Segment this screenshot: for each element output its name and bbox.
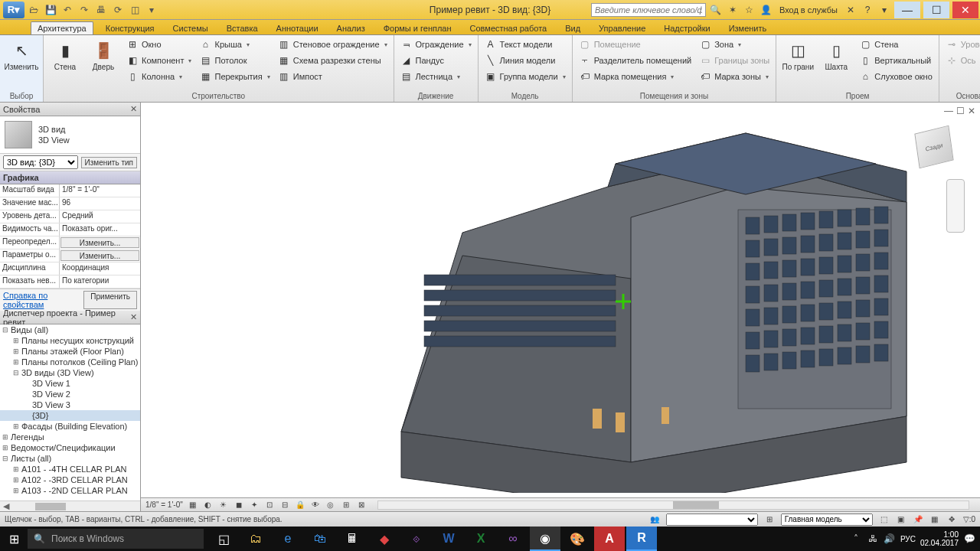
vs2-icon[interactable]: ∞ [498,527,528,551]
tray-volume-icon[interactable]: 🔊 [884,533,896,545]
tree-item[interactable]: 3D View 3 [0,399,140,410]
vertical-opening-button[interactable]: ▯Вертикальный [856,53,936,68]
modify-button[interactable]: ↖Изменить [3,37,40,74]
room-tag-button[interactable]: 🏷Марка помещения▾ [576,69,695,84]
prop-display[interactable]: Параметры о...Изменить... [0,249,140,262]
apply-button[interactable]: Применить [83,291,137,309]
section-graphics[interactable]: Графика [0,171,140,184]
view-maximize-icon[interactable]: ☐ [956,106,965,116]
analytical-icon[interactable]: ⊞ [341,500,351,510]
app-menu-button[interactable]: R▾ [3,2,24,18]
render-icon[interactable]: ✦ [249,500,260,510]
editable-icon[interactable]: ⊞ [764,514,775,525]
component-button[interactable]: ◧Компонент▾ [123,53,194,68]
tray-notifications-icon[interactable]: 💬 [963,533,975,545]
tree-item[interactable]: ⊞Ведомости/Спецификации [0,442,140,453]
explorer-icon[interactable]: 🗂 [240,527,271,551]
tab-annotate[interactable]: Аннотации [270,22,325,34]
tree-item[interactable]: ⊞Легенды [0,432,140,442]
windows-search[interactable]: 🔍Поиск в Windows [28,529,204,549]
properties-close-icon[interactable]: ✕ [130,104,137,114]
tree-item[interactable]: 3D View 2 [0,389,140,399]
tray-language[interactable]: РУС [900,535,916,543]
tab-insert[interactable]: Вставка [220,22,264,34]
wall-button[interactable]: ▮Стена [47,37,83,74]
exchange-icon[interactable]: ☆ [743,3,756,17]
select-face-icon[interactable]: ▦ [929,514,940,525]
tree-item[interactable]: ⊞Фасады (Building Elevation) [0,421,140,432]
filter-count[interactable]: ▽:0 [963,515,975,523]
tree-item[interactable]: 3D View 1 [0,378,140,389]
edit-type-button[interactable]: Изменить тип [81,157,137,168]
tree-item[interactable]: ⊟Листы (all) [0,453,140,464]
calculator-icon[interactable]: 🖩 [337,527,368,551]
tab-addins[interactable]: Надстройки [658,22,716,34]
subscription-icon[interactable]: ✶ [726,3,740,17]
design-option-select[interactable]: Главная модель [781,514,873,526]
mullion-button[interactable]: ▥Импост [275,69,390,84]
curtain-grid-button[interactable]: ▦Схема разрезки стены [275,53,390,68]
column-button[interactable]: ▯Колонна▾ [123,69,194,84]
excel-icon[interactable]: X [466,527,496,551]
shadows-icon[interactable]: ◼ [234,500,244,510]
prop-discipline[interactable]: ДисциплинаКоординация [0,262,140,276]
workset-select[interactable] [666,514,758,526]
minimize-button[interactable]: — [894,2,920,18]
window-button[interactable]: ⊞Окно [123,37,194,52]
tab-manage[interactable]: Управление [593,22,652,34]
select-pinned-icon[interactable]: 📌 [913,514,923,525]
area-button[interactable]: ▢Зона▾ [696,37,773,52]
select-underlay-icon[interactable]: ▣ [896,514,906,525]
model-group-button[interactable]: ▣Группа модели▾ [482,69,569,84]
tab-architecture[interactable]: Архитектура [31,21,93,34]
tree-item[interactable]: ⊞A102 - -3RD CELLAR PLAN [0,474,140,485]
model-text-button[interactable]: AТекст модели [482,37,569,52]
temp-hide-icon[interactable]: 👁 [310,500,321,510]
horizontal-scrollbar[interactable] [377,500,969,510]
area-tag-button[interactable]: 🏷Марка зоны▾ [696,69,773,84]
lock-icon[interactable]: 🔒 [295,500,305,510]
tab-modify[interactable]: Изменить [723,22,773,34]
drag-icon[interactable]: ✥ [946,514,957,525]
tray-up-icon[interactable]: ˄ [850,533,862,545]
maximize-button[interactable]: ☐ [923,2,949,18]
railing-button[interactable]: ⫬Ограждение▾ [397,37,475,52]
store-icon[interactable]: 🛍 [305,527,335,551]
visual-style-icon[interactable]: ◐ [203,500,214,510]
dormer-button[interactable]: ⌂Слуховое окно [856,69,936,84]
tree-item[interactable]: ⊞Планы несущих конструкций [0,335,140,346]
stair-button[interactable]: ▤Лестница▾ [397,69,475,84]
user-icon[interactable]: 👤 [760,3,773,17]
paint-icon[interactable]: 🎨 [562,527,593,551]
qat-3d-icon[interactable]: ◫ [127,2,142,18]
browser-close-icon[interactable]: ✕ [130,312,137,322]
by-face-button[interactable]: ◫По грани [779,37,816,74]
prop-detail[interactable]: Уровень дета...Средний [0,210,140,223]
word-icon[interactable]: W [433,527,464,551]
revit-icon[interactable]: R [626,527,657,551]
detail-level-icon[interactable]: ▦ [188,500,198,510]
help-icon[interactable]: ? [861,3,874,17]
roof-button[interactable]: ⌂Крыша▾ [196,37,273,52]
qat-undo-icon[interactable]: ↶ [60,2,75,18]
type-selector[interactable]: 3D вид: {3D} [3,155,78,169]
tab-analyze[interactable]: Анализ [331,22,371,34]
viewport[interactable]: — ☐ ✕ Сзади [141,103,980,511]
tree-item[interactable]: {3D} [0,410,140,421]
tab-systems[interactable]: Системы [167,22,214,34]
tree-item[interactable]: ⊞Планы этажей (Floor Plan) [0,346,140,357]
infocenter-icon[interactable]: 🔍 [709,3,723,17]
tab-collaborate[interactable]: Совместная работа [464,22,554,34]
tree-item[interactable]: ⊟3D виды (3D View) [0,367,140,378]
prop-scale-value[interactable]: Значение мас...96 [0,197,140,210]
select-links-icon[interactable]: ⬚ [879,514,890,525]
sun-path-icon[interactable]: ☀ [218,500,229,510]
navigation-bar[interactable] [946,179,965,233]
close-button[interactable]: ✕ [952,2,978,18]
ramp-button[interactable]: ◢Пандус [397,53,475,68]
tray-clock[interactable]: 1:0002.04.2017 [920,530,959,547]
level-button[interactable]: ⊸Уровень [942,37,980,52]
prop-visibility[interactable]: Видимость ча...Показать ориг... [0,223,140,236]
chrome-icon[interactable]: ◉ [530,527,560,551]
tree-item[interactable]: ⊟Виды (all) [0,324,140,335]
